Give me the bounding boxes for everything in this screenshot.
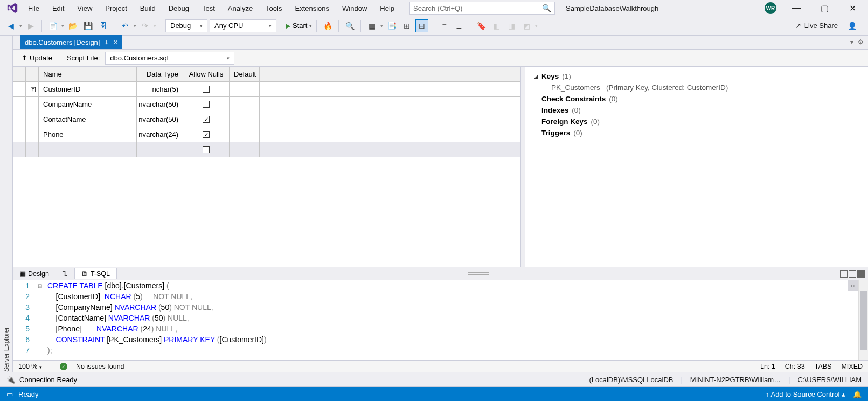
open-file-button[interactable]: 📂 [66, 19, 79, 32]
tb-misc-2[interactable]: 📑 [385, 19, 398, 32]
prop-triggers[interactable]: Triggers (0) [541, 129, 859, 137]
layout-split-v-button[interactable] [849, 270, 856, 278]
new-column-row[interactable] [13, 142, 520, 157]
output-icon[interactable]: ▭ [6, 390, 13, 398]
menu-debug[interactable]: Debug [162, 2, 196, 15]
bookmark-button[interactable]: 🔖 [475, 19, 488, 32]
window-maximize-button[interactable]: ▢ [816, 2, 832, 14]
nav-forward-button[interactable]: ▶ [24, 19, 37, 32]
menu-help[interactable]: Help [373, 2, 401, 15]
column-type-cell[interactable]: nvarchar(24) [137, 127, 183, 142]
column-row[interactable]: ContactNamenvarchar(50)✓ [13, 112, 520, 127]
allow-nulls-checkbox[interactable] [183, 82, 230, 96]
window-minimize-button[interactable]: — [788, 2, 804, 14]
layout-full-button[interactable] [857, 270, 865, 278]
grid-header-default[interactable]: Default [230, 67, 260, 81]
prop-check-constraints[interactable]: Check Constraints (0) [541, 95, 859, 103]
grid-header-nulls[interactable]: Allow Nulls [183, 67, 230, 81]
default-cell[interactable] [230, 112, 260, 127]
tsql-editor[interactable]: ↔ 1⊟CREATE TABLE [dbo].[Customers] ( 2 [… [13, 280, 858, 360]
window-close-button[interactable]: ✕ [844, 2, 860, 14]
default-cell[interactable] [230, 127, 260, 142]
allow-nulls-checkbox[interactable] [183, 97, 230, 112]
menu-build[interactable]: Build [134, 2, 162, 15]
prop-foreign-keys[interactable]: Foreign Keys (0) [541, 117, 859, 126]
quick-search-input[interactable]: Search (Ctrl+Q) 🔍 [409, 2, 555, 15]
vertical-splitter[interactable] [521, 67, 525, 267]
prop-indexes[interactable]: Indexes (0) [541, 106, 859, 114]
menu-view[interactable]: View [71, 2, 99, 15]
design-tab[interactable]: ▦ Design [13, 268, 55, 279]
tb-misc-1[interactable]: ▦ [365, 19, 378, 32]
notifications-button[interactable]: 🔔 [853, 390, 862, 398]
doc-tab-customers-design[interactable]: dbo.Customers [Design] ⤈ ✕ [20, 35, 122, 49]
new-project-button[interactable]: 📄 [46, 19, 59, 32]
update-button[interactable]: ⬆ Update [18, 53, 55, 63]
column-type-cell[interactable]: nvarchar(50) [137, 112, 183, 127]
zoom-dropdown[interactable]: 100 % ▾ [18, 363, 42, 370]
indent-decrease-button[interactable]: ≡ [438, 19, 450, 32]
server-explorer-tool-tab[interactable]: Server Explorer [0, 36, 13, 372]
nav-back-button[interactable]: ◀ [4, 19, 17, 32]
tab-overflow-dropdown[interactable]: ▾ [850, 38, 853, 46]
start-debug-button[interactable]: ▶ Start ▾ [286, 22, 312, 30]
column-row[interactable]: Phonenvarchar(24)✓ [13, 127, 520, 142]
allow-nulls-checkbox[interactable]: ✓ [183, 127, 230, 142]
grid-header-name[interactable]: Name [39, 67, 137, 81]
feedback-button[interactable]: 👤 [845, 19, 858, 32]
tsql-tab[interactable]: 🗎 T-SQL [74, 268, 117, 279]
default-cell[interactable] [230, 97, 260, 112]
undo-button[interactable]: ↶ [119, 19, 131, 32]
layout-split-h-button[interactable] [840, 270, 848, 278]
editor-vertical-scrollbar[interactable] [858, 280, 868, 360]
tb-misc-3[interactable]: ⊞ [400, 19, 413, 32]
tb-misc-4[interactable]: ⊟ [415, 19, 428, 32]
column-row[interactable]: ⚿CustomerIDnchar(5) [13, 82, 520, 97]
menu-extensions[interactable]: Extensions [288, 2, 336, 15]
split-expand-button[interactable]: ↔ [848, 280, 858, 291]
column-name-cell[interactable]: CompanyName [39, 97, 137, 112]
user-name[interactable]: MININT-N2PGTRB\William… [690, 376, 781, 384]
solution-platform-dropdown[interactable]: Any CPU▾ [210, 19, 276, 32]
redo-button[interactable]: ↷ [138, 19, 151, 32]
swap-tab-button[interactable]: ⇅ [55, 268, 74, 279]
menu-edit[interactable]: Edit [46, 2, 71, 15]
menu-file[interactable]: File [22, 2, 46, 15]
pin-icon[interactable]: ⤈ [104, 39, 109, 46]
column-type-cell[interactable]: nvarchar(50) [137, 97, 183, 112]
hot-reload-button[interactable]: 🔥 [321, 19, 334, 32]
menu-tools[interactable]: Tools [259, 2, 288, 15]
tabs-indicator[interactable]: TABS [815, 363, 832, 370]
menu-window[interactable]: Window [336, 2, 373, 15]
menu-analyze[interactable]: Analyze [221, 2, 259, 15]
grid-header-type[interactable]: Data Type [137, 67, 183, 81]
close-tab-icon[interactable]: ✕ [113, 39, 118, 46]
line-endings-indicator[interactable]: MIXED [841, 363, 863, 370]
source-control-button[interactable]: ↑ Add to Source Control ▴ [766, 390, 845, 398]
find-in-files-button[interactable]: 🔍 [343, 19, 356, 32]
script-file-dropdown[interactable]: dbo.Customers.sql ▾ [105, 52, 234, 65]
menu-test[interactable]: Test [196, 2, 221, 15]
column-row[interactable]: CompanyNamenvarchar(50) [13, 97, 520, 112]
save-all-button[interactable]: 🗄 [96, 19, 109, 32]
horizontal-splitter-grip[interactable] [468, 272, 489, 275]
column-name-cell[interactable]: ContactName [39, 112, 137, 127]
menu-project[interactable]: Project [99, 2, 133, 15]
vs-logo-icon [6, 2, 18, 14]
column-type-cell[interactable]: nchar(5) [137, 82, 183, 96]
indent-increase-button[interactable]: ≣ [453, 19, 466, 32]
save-button[interactable]: 💾 [81, 19, 94, 32]
prop-pk-item[interactable]: PK_Customers (Primary Key, Clustered: Cu… [551, 84, 859, 92]
design-icon: ▦ [19, 269, 26, 278]
solution-config-dropdown[interactable]: Debug▾ [165, 19, 207, 32]
allow-nulls-checkbox[interactable]: ✓ [183, 112, 230, 127]
default-cell[interactable] [230, 82, 260, 96]
live-share-button[interactable]: ↗ Live Share [795, 22, 838, 30]
server-name[interactable]: (LocalDB)\MSSQLLocalDB [589, 376, 673, 384]
user-avatar[interactable]: WR [765, 2, 776, 14]
prop-keys[interactable]: ◢ Keys (1) [534, 72, 859, 80]
tab-options-button[interactable]: ⚙ [858, 38, 864, 46]
database-name[interactable]: C:\USERS\WILLIAM [798, 376, 862, 384]
column-name-cell[interactable]: Phone [39, 127, 137, 142]
column-name-cell[interactable]: CustomerID [39, 82, 137, 96]
